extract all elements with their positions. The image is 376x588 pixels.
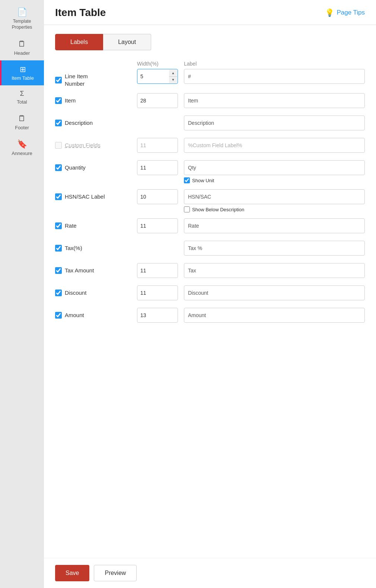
checkbox-tax-amount[interactable] bbox=[55, 267, 62, 274]
field-check-label-item: Item bbox=[55, 93, 137, 104]
footer-icon: 🗒 bbox=[18, 114, 26, 123]
label-wrap-tax-amount bbox=[184, 263, 365, 278]
field-check-label-discount: Discount bbox=[55, 285, 137, 297]
field-check-label-quantity: Quantity bbox=[55, 160, 137, 171]
sub-option-show-unit: Show Unit bbox=[184, 177, 365, 183]
label-input-amount[interactable] bbox=[184, 308, 365, 323]
field-check-label-tax-percent: Tax(%) bbox=[55, 241, 137, 252]
field-row-custom-fields: Custom Fields bbox=[55, 138, 365, 154]
label-column-header: Label bbox=[184, 61, 365, 67]
header-icon: 🗒 bbox=[18, 39, 26, 49]
width-input-rate[interactable] bbox=[137, 218, 178, 233]
label-input-rate[interactable] bbox=[184, 218, 365, 233]
width-input-item[interactable] bbox=[137, 93, 178, 108]
sidebar-item-template-properties[interactable]: 📄 Template Properties bbox=[0, 3, 44, 35]
sidebar-item-header[interactable]: 🗒 Header bbox=[0, 35, 44, 60]
sub-option-show-below-description: Show Below Description bbox=[184, 206, 365, 212]
checkbox-hsn-sac[interactable] bbox=[55, 193, 62, 200]
width-input-tax-amount[interactable] bbox=[137, 263, 178, 278]
width-input-custom-fields[interactable] bbox=[137, 138, 178, 153]
field-row-tax-percent: Tax(%) bbox=[55, 241, 365, 257]
annexure-icon: 🔖 bbox=[17, 139, 27, 149]
label-wrap-discount bbox=[184, 285, 365, 300]
width-column-header: Width(%) bbox=[137, 61, 178, 67]
top-bar: Item Table 💡 Page Tips bbox=[44, 0, 376, 25]
field-check-label-tax-amount: Tax Amount bbox=[55, 263, 137, 274]
field-label-hsn-sac: HSN/SAC Label bbox=[65, 193, 105, 200]
column-headers: Width(%) Label bbox=[55, 61, 365, 67]
checkbox-line-item-number[interactable] bbox=[55, 77, 62, 83]
field-row-hsn-sac: HSN/SAC Label Show Below Description bbox=[55, 189, 365, 212]
checkbox-rate[interactable] bbox=[55, 222, 62, 229]
label-input-line-item-number[interactable] bbox=[184, 69, 365, 84]
field-check-label-line-item-number: Line ItemNumber bbox=[55, 69, 137, 87]
checkbox-description[interactable] bbox=[55, 120, 62, 126]
field-label-item: Item bbox=[65, 97, 76, 104]
tab-layout[interactable]: Layout bbox=[103, 34, 151, 50]
field-check-label-rate: Rate bbox=[55, 218, 137, 230]
table-icon: ⊞ bbox=[20, 65, 26, 74]
save-button[interactable]: Save bbox=[55, 565, 89, 581]
field-row-description: Description bbox=[55, 116, 365, 132]
content-area: Labels Layout Width(%) Label Line ItemNu… bbox=[44, 25, 376, 558]
label-input-custom-fields[interactable] bbox=[184, 138, 365, 153]
label-input-hsn-sac[interactable] bbox=[184, 189, 365, 204]
checkbox-show-unit[interactable] bbox=[184, 177, 190, 183]
field-row-quantity: Quantity Show Unit bbox=[55, 160, 365, 183]
lightbulb-icon: 💡 bbox=[325, 8, 334, 17]
field-check-label-hsn-sac: HSN/SAC Label bbox=[55, 189, 137, 200]
show-unit-label: Show Unit bbox=[192, 178, 214, 183]
label-input-description[interactable] bbox=[184, 116, 365, 130]
label-input-tax-amount[interactable] bbox=[184, 263, 365, 278]
field-label-custom-fields: Custom Fields bbox=[65, 142, 101, 149]
label-wrap-rate bbox=[184, 218, 365, 233]
label-input-quantity[interactable] bbox=[184, 160, 365, 175]
width-input-discount[interactable] bbox=[137, 285, 178, 300]
footer-buttons: Save Preview bbox=[44, 558, 376, 588]
sidebar-item-item-table[interactable]: ⊞ Item Table bbox=[0, 60, 44, 85]
checkbox-custom-fields[interactable] bbox=[55, 142, 62, 149]
field-row-item: Item bbox=[55, 93, 365, 110]
width-spinner-line-item-number: ▲ ▼ bbox=[137, 69, 178, 84]
label-input-item[interactable] bbox=[184, 93, 365, 108]
checkbox-quantity[interactable] bbox=[55, 164, 62, 171]
label-wrap-item bbox=[184, 93, 365, 108]
checkbox-item[interactable] bbox=[55, 97, 62, 104]
sidebar: 📄 Template Properties 🗒 Header ⊞ Item Ta… bbox=[0, 0, 44, 588]
preview-button[interactable]: Preview bbox=[94, 565, 137, 581]
spinner-down-line-item-number[interactable]: ▼ bbox=[169, 77, 177, 83]
width-input-quantity[interactable] bbox=[137, 160, 178, 175]
field-label-discount: Discount bbox=[65, 289, 86, 297]
field-label-description: Description bbox=[65, 119, 93, 127]
tab-labels[interactable]: Labels bbox=[55, 34, 103, 50]
field-row-amount: Amount bbox=[55, 308, 365, 324]
page-tips-button[interactable]: 💡 Page Tips bbox=[325, 8, 365, 17]
field-check-label-custom-fields: Custom Fields bbox=[55, 138, 137, 149]
checkbox-tax-percent[interactable] bbox=[55, 245, 62, 252]
field-row-rate: Rate bbox=[55, 218, 365, 235]
width-input-amount[interactable] bbox=[137, 308, 178, 323]
total-icon: Σ bbox=[20, 90, 24, 98]
label-input-tax-percent[interactable] bbox=[184, 241, 365, 256]
field-row-line-item-number: Line ItemNumber ▲ ▼ bbox=[55, 69, 365, 87]
sidebar-item-annexure[interactable]: 🔖 Annexure bbox=[0, 135, 44, 161]
show-below-description-label: Show Below Description bbox=[192, 207, 244, 212]
page-title: Item Table bbox=[55, 7, 106, 19]
checkbox-show-below-description[interactable] bbox=[184, 206, 190, 212]
field-row-discount: Discount bbox=[55, 285, 365, 302]
field-label-amount: Amount bbox=[65, 312, 84, 319]
sidebar-item-footer[interactable]: 🗒 Footer bbox=[0, 109, 44, 135]
spinner-up-line-item-number[interactable]: ▲ bbox=[169, 70, 177, 77]
width-input-hsn-sac[interactable] bbox=[137, 189, 178, 204]
checkbox-discount[interactable] bbox=[55, 290, 62, 296]
field-label-line-item-number: Line ItemNumber bbox=[65, 73, 88, 87]
label-input-discount[interactable] bbox=[184, 285, 365, 300]
sidebar-item-total[interactable]: Σ Total bbox=[0, 85, 44, 109]
document-icon: 📄 bbox=[17, 7, 27, 17]
tab-group: Labels Layout bbox=[55, 34, 365, 50]
checkbox-amount[interactable] bbox=[55, 312, 62, 319]
field-label-tax-percent: Tax(%) bbox=[65, 244, 82, 252]
field-row-tax-amount: Tax Amount bbox=[55, 263, 365, 279]
label-wrap-description bbox=[184, 116, 365, 130]
spinner-buttons-line-item-number: ▲ ▼ bbox=[169, 70, 177, 83]
